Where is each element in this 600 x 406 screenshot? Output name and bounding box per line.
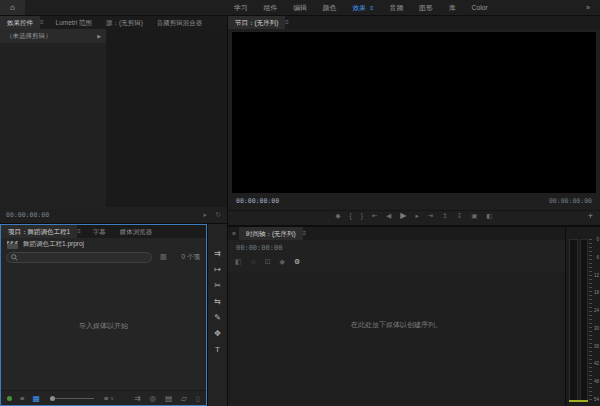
timeline-tabbar: « 时间轴：(无序列) ≡ xyxy=(228,227,565,240)
panel-menu-icon[interactable]: ≡ xyxy=(303,227,312,240)
program-current-timecode[interactable]: 00:00:00:00 xyxy=(236,197,279,205)
home-icon[interactable]: ⌂ xyxy=(0,0,25,15)
play-audio-icon[interactable]: ▸ xyxy=(204,211,208,219)
db-tick-label: 24 xyxy=(592,308,599,313)
workspace-tab-color-custom[interactable]: Color xyxy=(471,4,487,11)
step-back-button[interactable]: ◀ xyxy=(386,212,391,220)
tab-source-monitor[interactable]: 源：(无剪辑) xyxy=(99,16,150,29)
linked-selection-button[interactable]: ⊡ xyxy=(265,258,271,266)
snap-button[interactable]: ∩ xyxy=(251,258,256,266)
automate-to-sequence-button[interactable]: ⇉ xyxy=(134,394,140,403)
zoom-slider-knob[interactable] xyxy=(50,396,55,401)
button-editor-plus-button[interactable]: + xyxy=(588,212,593,221)
project-search-row: ▥ 0 个项 xyxy=(1,251,206,266)
timeline-settings-button[interactable]: ⚙ xyxy=(294,258,300,266)
project-file-name[interactable]: 舞蹈调色工程1.prproj xyxy=(23,240,84,249)
project-tabbar: 项目：舞蹈调色工程1 ≡ 字幕 媒体浏览器 xyxy=(1,225,206,238)
workspace-overflow-icon[interactable]: » xyxy=(586,4,590,11)
loop-playback-icon[interactable]: ↻ xyxy=(215,211,221,219)
project-file-row: 舞蹈调色工程1.prproj xyxy=(1,238,206,251)
export-frame-button[interactable]: ▣ xyxy=(471,212,477,220)
search-input[interactable] xyxy=(6,252,152,263)
insert-overwrite-button[interactable]: ◧ xyxy=(235,258,242,266)
go-to-out-button[interactable]: ⇥ xyxy=(428,212,433,220)
panel-menu-icon[interactable]: ≡ xyxy=(77,225,86,238)
workspace-tab-audio[interactable]: 音频 xyxy=(389,3,403,13)
panel-menu-icon[interactable]: ≡ xyxy=(40,16,49,29)
workspace-tab-graphics[interactable]: 图形 xyxy=(419,3,433,13)
workspace-tab-learning[interactable]: 学习 xyxy=(234,3,248,13)
tab-timeline[interactable]: 时间轴：(无序列) xyxy=(239,227,303,240)
extract-button[interactable]: ↧ xyxy=(457,212,462,220)
workspace-tab-libraries[interactable]: 库 xyxy=(449,3,456,13)
mark-out-button[interactable]: } xyxy=(361,212,363,219)
tab-effect-controls[interactable]: 效果控件 xyxy=(0,16,40,29)
workspace-tab-color[interactable]: 颜色 xyxy=(323,3,337,13)
comparison-view-button[interactable]: ◧ xyxy=(486,212,492,220)
go-to-in-button[interactable]: ⇤ xyxy=(372,212,377,220)
sort-icons-button[interactable]: ≡ ∨ xyxy=(104,394,114,403)
project-actions: ⇉ ◎ ▤ ▱ ▯ xyxy=(134,394,200,403)
workspace-tab-effects[interactable]: 效果 xyxy=(352,3,366,13)
tab-project[interactable]: 项目：舞蹈调色工程1 xyxy=(1,225,77,238)
delete-button[interactable]: ▯ xyxy=(196,394,200,403)
timeline-drop-text: 在此处放下媒体以创建序列。 xyxy=(228,320,565,330)
audio-meter-level-line xyxy=(569,400,588,402)
project-writable-indicator[interactable] xyxy=(7,396,12,401)
db-tick-label: 12 xyxy=(592,273,599,278)
tab-lumetri-scopes[interactable]: Lumetri 范围 xyxy=(49,16,99,29)
chevron-down-icon: ∨ xyxy=(110,395,114,401)
effect-controls-timecode[interactable]: 00:00:00:00 xyxy=(6,211,49,219)
program-monitor-panel: 节目：(无序列) ≡ 00:00:00:00 00:00:00:00 ◆ { }… xyxy=(228,16,600,225)
timeline-drop-area[interactable]: 在此处放下媒体以创建序列。 xyxy=(228,272,565,406)
mark-in-button[interactable]: { xyxy=(350,212,352,219)
workspace-bar: ⌂ 学习 组件 编辑 颜色 效果 ≡ 音频 图形 库 Color » xyxy=(0,0,600,15)
track-select-forward-tool-button[interactable]: ⇉ xyxy=(214,249,221,258)
workspace-menu-icon[interactable]: ≡ xyxy=(370,5,374,11)
tab-media-browser[interactable]: 媒体浏览器 xyxy=(113,225,160,238)
tab-audio-clip-mixer[interactable]: 音频剪辑混合器 xyxy=(150,16,210,29)
item-count-label: 0 个项 xyxy=(182,253,200,262)
effect-controls-timeline-area xyxy=(106,29,227,207)
db-tick-label: 54 xyxy=(592,397,599,402)
sort-icon: ≡ xyxy=(104,394,108,403)
lift-button[interactable]: ↥ xyxy=(442,212,447,220)
type-tool-button[interactable]: T xyxy=(215,345,220,354)
timeline-timecode[interactable]: 00:00:00:00 xyxy=(236,244,282,252)
zoom-slider[interactable] xyxy=(50,398,94,399)
razor-tool-button[interactable]: ✂ xyxy=(214,281,221,290)
new-bin-button[interactable]: ▤ xyxy=(165,394,172,403)
program-tabbar: 节目：(无序列) ≡ xyxy=(228,16,600,29)
tab-captions[interactable]: 字幕 xyxy=(86,225,113,238)
chevron-left-icon[interactable]: « xyxy=(228,227,239,240)
db-tick-label: 36 xyxy=(592,344,599,349)
step-forward-button[interactable]: ▸ xyxy=(416,212,419,220)
pen-tool-button[interactable]: ✎ xyxy=(214,313,221,322)
audio-meter-right-channel xyxy=(580,239,589,400)
expand-arrow-icon[interactable]: ▶ xyxy=(97,29,101,43)
search-bin-icon[interactable]: ▥ xyxy=(160,253,167,261)
effect-controls-bottom-icons: ▸ ↻ xyxy=(204,211,221,219)
add-marker-button[interactable]: ◆ xyxy=(336,212,341,220)
find-button[interactable]: ◎ xyxy=(149,394,156,403)
ripple-edit-tool-button[interactable]: ↦ xyxy=(214,265,221,274)
panel-menu-icon[interactable]: ≡ xyxy=(285,16,294,29)
no-clip-selected-label: （未选择剪辑） xyxy=(6,32,52,39)
add-marker-button[interactable]: ◆ xyxy=(280,258,285,266)
workspace-tab-editing[interactable]: 编辑 xyxy=(293,3,307,13)
slip-tool-button[interactable]: ⇆ xyxy=(214,297,221,306)
db-tick-label: 48 xyxy=(592,379,599,384)
program-duration-timecode: 00:00:00:00 xyxy=(549,197,592,205)
effect-controls-panel: 效果控件 ≡ Lumetri 范围 源：(无剪辑) 音频剪辑混合器 （未选择剪辑… xyxy=(0,16,227,223)
project-empty-area[interactable]: 导入媒体以开始 xyxy=(1,321,206,331)
new-item-button[interactable]: ▱ xyxy=(181,394,187,403)
hand-tool-button[interactable]: ✥ xyxy=(214,329,221,338)
list-view-button[interactable]: ≡ xyxy=(20,394,24,403)
play-button[interactable]: ▶ xyxy=(400,211,406,220)
workspace-tab-assembly[interactable]: 组件 xyxy=(264,3,278,13)
workspace-tabs: 学习 组件 编辑 颜色 效果 ≡ 音频 图形 库 Color » xyxy=(234,0,596,15)
tab-program-monitor[interactable]: 节目：(无序列) xyxy=(228,16,285,29)
audio-meter-scale: 0 6 12 18 24 30 36 42 48 54 xyxy=(589,239,599,400)
icon-view-button[interactable]: ▦ xyxy=(32,394,40,403)
effect-controls-tabbar: 效果控件 ≡ Lumetri 范围 源：(无剪辑) 音频剪辑混合器 xyxy=(0,16,227,29)
